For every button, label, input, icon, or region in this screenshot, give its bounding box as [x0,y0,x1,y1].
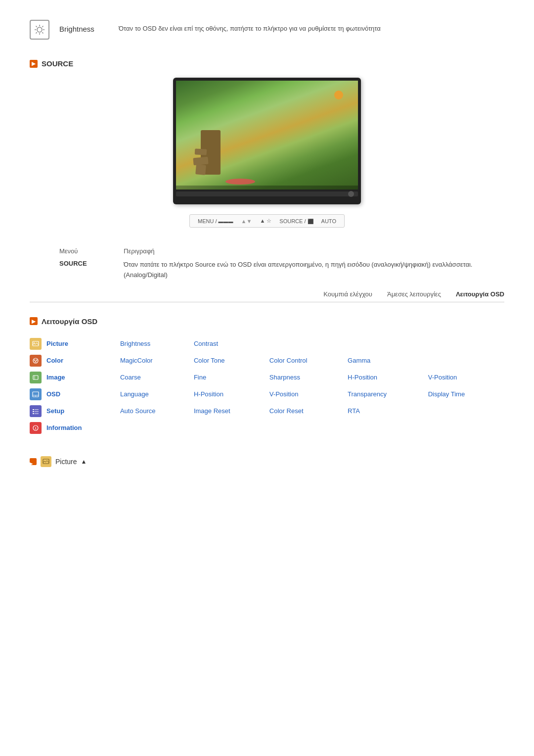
source-section-icon: ▶ [30,60,38,68]
source-section: ▶ SOURCE MENU / ▬▬▬ ▲▼ ▲ ☆ [30,59,504,302]
transparency-sub[interactable]: Transparency [348,390,387,398]
info-icon: i [30,422,42,434]
brightness-section: Brightness Όταν το OSD δεν είναι επί της… [30,20,504,40]
hposition-image-sub[interactable]: H-Position [348,374,377,381]
svg-rect-21 [33,411,34,412]
control-bar-inner: MENU / ▬▬▬ ▲▼ ▲ ☆ SOURCE / ⬛ AUTO [189,214,345,228]
svg-point-12 [34,359,36,361]
table-row: Color MagicColor Color Tone Color Contro… [30,352,504,369]
magiccolor-sub[interactable]: MagicColor [120,357,153,364]
fine-sub[interactable]: Fine [194,374,206,381]
monitor-power-button[interactable] [348,191,354,197]
tab-direct[interactable]: Άμεσες λειτουργίες [387,290,441,298]
table-row: i Information [30,420,504,436]
source-header: ▶ SOURCE [30,59,504,68]
svg-rect-15 [33,376,38,379]
footer-arrow: ▲ [81,458,87,465]
tab-osd[interactable]: Λειτουργία OSD [456,290,504,298]
image-label[interactable]: Image [46,374,65,381]
colortone-sub[interactable]: Color Tone [194,357,225,364]
svg-line-7 [42,26,43,27]
svg-point-0 [37,27,42,32]
osd-icon [30,388,42,400]
table-row: Picture Brightness Contrast [30,335,504,352]
color-label[interactable]: Color [46,357,63,364]
menu-ctrl: MENU / ▬▬▬ [198,218,233,224]
svg-line-5 [36,26,37,27]
monitor-screen [176,81,358,189]
tab-controls[interactable]: Κουμπιά ελέγχου [323,290,372,298]
ctrl-sep1: ▲▼ [241,218,252,224]
sharpness-sub[interactable]: Sharpness [269,374,300,381]
control-bar: MENU / ▬▬▬ ▲▼ ▲ ☆ SOURCE / ⬛ AUTO [30,214,504,228]
vposition-osd-sub[interactable]: V-Position [269,390,299,398]
osd-table: Picture Brightness Contrast Color MagicC… [30,335,504,436]
svg-rect-20 [33,409,34,410]
svg-point-10 [34,342,35,343]
footer-picture-icon [41,456,51,467]
setup-label[interactable]: Setup [46,407,64,415]
brightness-ctrl: ▲ ☆ [260,218,271,224]
autosource-sub[interactable]: Auto Source [120,407,156,415]
svg-point-14 [35,361,37,362]
brightness-description: Όταν το OSD δεν είναι επί της οθόνης, πα… [119,20,381,34]
svg-line-8 [36,32,37,33]
hposition-osd-sub[interactable]: H-Position [194,390,223,398]
displaytime-sub[interactable]: Display Time [428,390,465,398]
vposition-image-sub[interactable]: V-Position [428,374,457,381]
imagereset-sub[interactable]: Image Reset [194,407,230,415]
setup-icon [30,405,42,417]
menu-col-header: Μενού [59,247,119,255]
image-icon [30,372,42,383]
svg-rect-22 [33,413,34,414]
brightness-icon [30,20,49,40]
contrast-sub[interactable]: Contrast [194,340,218,347]
picture-icon [30,338,42,350]
source-menu-label: SOURCE [59,260,119,281]
source-menu-desc: Όταν πατάτε το πλήκτρο Source ενώ το OSD… [124,260,475,281]
source-ctrl: SOURCE / ⬛ [279,218,313,224]
information-label[interactable]: Information [46,424,82,431]
footer-nav-icon: ▶ [30,458,37,465]
footer-section: ▶ Picture ▲ [30,456,504,467]
svg-text:i: i [35,426,36,430]
osd-section-header: ▶ Λειτουργία OSD [30,317,504,326]
source-title: SOURCE [42,59,73,68]
footer-picture-label: Picture [55,458,77,466]
osd-section: ▶ Λειτουργία OSD Picture Brightness Cont… [30,317,504,436]
colorreset-sub[interactable]: Color Reset [269,407,304,415]
coarse-sub[interactable]: Coarse [120,374,141,381]
table-row: Image Coarse Fine Sharpness H-Position V… [30,369,504,386]
brightness-label: Brightness [59,20,109,33]
desc-col-header: Περιγραφή [124,247,475,255]
osd-label[interactable]: OSD [46,390,60,398]
colorcontrol-sub[interactable]: Color Control [269,357,308,364]
svg-point-13 [36,359,38,361]
osd-section-icon: ▶ [30,317,38,325]
table-row: Setup Auto Source Image Reset Color Rese… [30,403,504,420]
language-sub[interactable]: Language [120,390,149,398]
color-icon [30,355,42,367]
table-row: OSD Language H-Position V-Position Trans… [30,386,504,403]
monitor-display [30,78,504,204]
monitor-outer [173,78,361,204]
tab-bar: Κουμπιά ελέγχου Άμεσες λειτουργίες Λειτο… [30,290,504,302]
gamma-sub[interactable]: Gamma [348,357,370,364]
svg-line-6 [42,32,43,33]
brightness-sub[interactable]: Brightness [120,340,150,347]
picture-label[interactable]: Picture [46,340,68,347]
rta-sub[interactable]: RTA [348,407,360,415]
monitor-base [176,191,358,196]
osd-title: Λειτουργία OSD [42,317,97,326]
auto-ctrl: AUTO [321,218,336,224]
menu-description-table: Μενού Περιγραφή SOURCE Όταν πατάτε το πλ… [59,247,475,281]
